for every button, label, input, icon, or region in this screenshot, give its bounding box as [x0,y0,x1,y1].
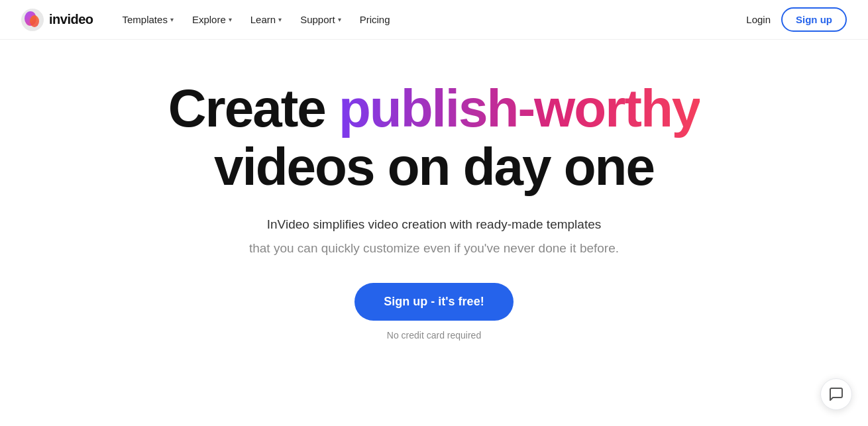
chevron-down-icon: ▾ [278,16,282,23]
signup-button-nav[interactable]: Sign up [781,7,847,32]
hero-headline-line1: Create publish-worthy [168,80,700,138]
hero-headline: Create publish-worthy videos on day one [168,80,700,196]
hero-subtext-bold: InVideo simplifies video creation with r… [267,215,601,235]
chat-icon [828,386,844,402]
logo-wordmark: invideo [49,12,93,27]
svg-point-2 [30,15,39,27]
nav-support[interactable]: Support ▾ [292,9,349,30]
hero-section: Create publish-worthy videos on day one … [0,40,868,367]
nav-pricing[interactable]: Pricing [352,9,398,30]
nav-right: Login Sign up [746,7,847,32]
nav-learn[interactable]: Learn ▾ [243,9,290,30]
chat-bubble-button[interactable] [820,378,852,410]
navbar: invideo Templates ▾ Explore ▾ Learn ▾ Su… [0,0,868,40]
chevron-down-icon: ▾ [229,16,232,23]
chevron-down-icon: ▾ [338,16,341,23]
login-link[interactable]: Login [746,14,771,25]
nav-links: Templates ▾ Explore ▾ Learn ▾ Support ▾ … [115,9,747,30]
signup-cta-button[interactable]: Sign up - it's free! [354,283,513,321]
no-credit-card-text: No credit card required [387,330,481,341]
logo-icon [21,9,44,31]
hero-headline-line2: videos on day one [168,138,700,196]
hero-subtext-muted: that you can quickly customize even if y… [249,239,619,258]
hero-gradient-text: publish-worthy [339,79,700,138]
logo[interactable]: invideo [21,9,93,31]
nav-explore[interactable]: Explore ▾ [184,9,240,30]
nav-templates[interactable]: Templates ▾ [115,9,182,30]
chevron-down-icon: ▾ [170,16,174,23]
